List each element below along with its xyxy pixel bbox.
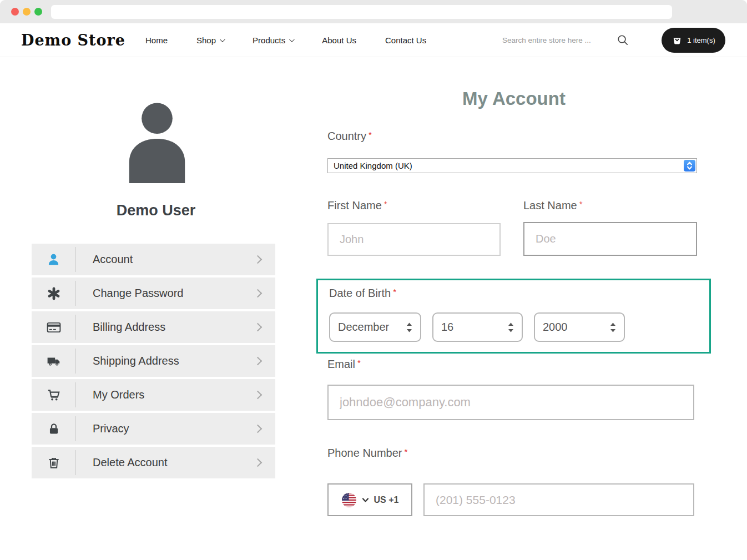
nav-label: Products [253, 36, 285, 45]
phone-number-input[interactable] [423, 483, 694, 516]
country-select-value: United Kingdom (UK) [334, 161, 412, 170]
label-text: Country [327, 130, 366, 142]
birth-month-value: December [338, 321, 389, 334]
sidebar-item-label: Billing Address [76, 321, 255, 334]
search-area [502, 23, 629, 57]
dial-code-label: US +1 [374, 495, 399, 505]
up-down-arrows-icon [507, 321, 514, 334]
asterisk-icon [32, 281, 76, 306]
email-input[interactable] [327, 385, 694, 420]
main-nav: Home Shop Products About Us Contact Us [145, 23, 426, 57]
trash-icon [32, 450, 76, 475]
required-marker: * [357, 358, 361, 367]
nav-label: About Us [322, 36, 356, 45]
us-flag-icon [341, 492, 357, 508]
sidebar-item-change-password[interactable]: Change Password [32, 278, 275, 309]
window-minimize-button[interactable] [23, 8, 31, 16]
label-text: Last Name [523, 199, 577, 211]
required-marker: * [405, 447, 408, 456]
label-text: Date of Birth [329, 287, 391, 299]
page-title: My Account [327, 88, 700, 109]
birth-year-value: 2000 [543, 321, 568, 334]
first-name-input[interactable] [327, 223, 501, 256]
chevron-right-icon [254, 255, 263, 264]
chevron-right-icon [254, 391, 263, 400]
up-down-arrows-icon [609, 321, 617, 334]
nav-item-home[interactable]: Home [145, 36, 168, 45]
date-of-birth-label: Date of Birth* [329, 287, 396, 300]
nav-label: Home [145, 36, 168, 45]
sidebar-item-delete-account[interactable]: Delete Account [32, 447, 275, 478]
account-menu: Account Change Password [32, 244, 275, 481]
credit-card-icon [32, 315, 76, 340]
cart-icon [32, 382, 76, 407]
sidebar-item-label: Delete Account [76, 456, 255, 469]
lock-icon [32, 416, 76, 441]
sidebar-item-label: Shipping Address [76, 355, 255, 367]
cart-count-label: 1 item(s) [687, 36, 715, 44]
window-zoom-button[interactable] [34, 8, 42, 16]
email-label: Email* [327, 358, 361, 371]
store-logo[interactable]: Demo Store [21, 32, 125, 49]
user-avatar [119, 99, 195, 183]
sidebar-item-label: Change Password [76, 287, 255, 300]
last-name-input[interactable] [523, 222, 697, 256]
chevron-right-icon [254, 323, 263, 332]
app-window: Demo Store Home Shop Products About Us C… [0, 0, 747, 560]
chevron-down-icon [220, 37, 225, 42]
site-header: Demo Store Home Shop Products About Us C… [0, 23, 747, 57]
sidebar-item-label: My Orders [76, 389, 255, 401]
select-stepper-icon [684, 160, 695, 171]
truck-icon [32, 349, 76, 374]
user-icon [32, 247, 76, 272]
browser-chrome [0, 0, 747, 23]
cart-basket-icon [672, 35, 683, 46]
chevron-down-icon [362, 497, 369, 503]
user-name: Demo User [31, 202, 281, 219]
last-name-label: Last Name* [523, 199, 583, 212]
nav-label: Shop [196, 36, 216, 45]
search-input[interactable] [502, 36, 602, 44]
chevron-right-icon [254, 289, 263, 298]
phone-label: Phone Number* [327, 447, 407, 460]
search-icon [617, 34, 629, 47]
cart-button[interactable]: 1 item(s) [662, 28, 725, 53]
phone-country-selector[interactable]: US +1 [327, 483, 412, 516]
date-of-birth-highlight-box: Date of Birth* December 16 2000 [316, 279, 711, 354]
label-text: Email [327, 358, 355, 370]
sidebar-item-privacy[interactable]: Privacy [32, 413, 275, 445]
label-text: Phone Number [327, 447, 402, 459]
nav-item-shop[interactable]: Shop [196, 36, 224, 45]
search-button[interactable] [617, 34, 629, 47]
required-marker: * [579, 199, 583, 209]
birth-month-select[interactable]: December [329, 312, 421, 342]
required-marker: * [384, 199, 387, 209]
label-text: First Name [327, 199, 382, 211]
sidebar-item-label: Account [76, 253, 255, 266]
country-select[interactable]: United Kingdom (UK) [327, 158, 697, 173]
birth-year-select[interactable]: 2000 [534, 312, 625, 342]
required-marker: * [369, 130, 372, 139]
chevron-down-icon [289, 37, 295, 42]
country-label: Country* [327, 130, 372, 143]
chevron-right-icon [254, 458, 263, 467]
chevron-right-icon [254, 425, 263, 433]
url-bar[interactable] [51, 5, 672, 19]
nav-item-products[interactable]: Products [253, 36, 293, 45]
sidebar-item-account[interactable]: Account [32, 244, 275, 275]
up-down-arrows-icon [406, 321, 413, 334]
nav-item-about-us[interactable]: About Us [322, 36, 356, 45]
nav-item-contact-us[interactable]: Contact Us [385, 36, 426, 45]
first-name-label: First Name* [327, 199, 387, 212]
sidebar-item-shipping-address[interactable]: Shipping Address [32, 345, 275, 377]
birth-day-value: 16 [441, 321, 453, 334]
window-close-button[interactable] [11, 8, 19, 16]
birth-day-select[interactable]: 16 [432, 312, 523, 342]
chevron-right-icon [254, 357, 263, 366]
sidebar-item-billing-address[interactable]: Billing Address [32, 311, 275, 343]
sidebar-item-my-orders[interactable]: My Orders [32, 379, 275, 411]
nav-label: Contact Us [385, 36, 426, 45]
required-marker: * [393, 287, 396, 296]
sidebar-item-label: Privacy [76, 422, 255, 435]
